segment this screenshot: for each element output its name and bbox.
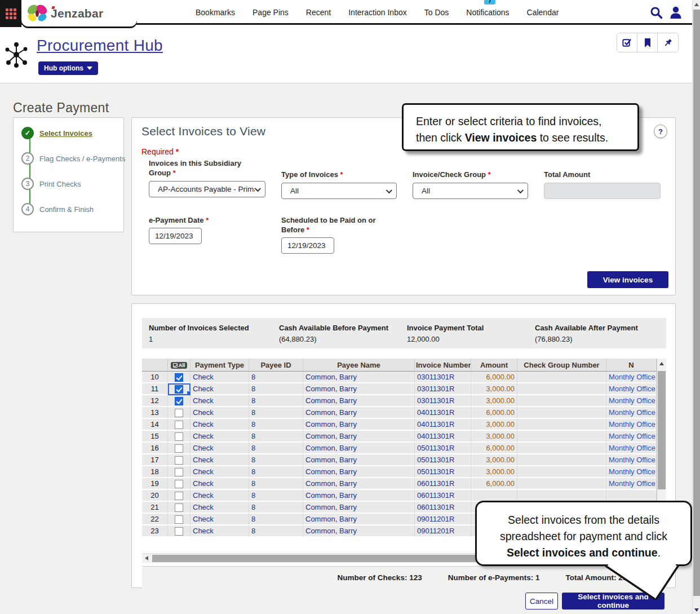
hub-title-link[interactable]: Procurement Hub xyxy=(37,37,163,55)
cell-payee-id: 8 xyxy=(249,525,303,537)
nav-item-page-pins[interactable]: Page Pins xyxy=(252,8,289,17)
column-header-check-group-number[interactable]: Check Group Number xyxy=(517,359,606,372)
row-select-cell[interactable] xyxy=(168,443,190,454)
scheduled-date-input[interactable]: 12/19/2023 xyxy=(281,237,334,254)
step-select-invoices[interactable]: ✓Select Invoices xyxy=(21,127,92,139)
nav-item-recent[interactable]: Recent xyxy=(306,8,331,17)
invoice-row-13: 13Check8Common, Barry04011301R6,000.00Mo… xyxy=(142,407,657,419)
cell-amount: 6,000.00 xyxy=(471,372,517,383)
step-label: Print Checks xyxy=(39,180,81,188)
bookmark-button[interactable] xyxy=(637,33,658,52)
row-checkbox[interactable] xyxy=(175,373,183,382)
search-icon[interactable] xyxy=(650,6,663,19)
invoice-check-group-select[interactable]: All xyxy=(413,183,528,199)
cell-payee-id: 8 xyxy=(249,502,303,514)
cell-payment-type: Check xyxy=(190,466,249,478)
summary-value: 1 xyxy=(149,335,279,343)
cell-amount: 6,000.00 xyxy=(471,478,517,490)
row-number: 15 xyxy=(142,431,168,443)
column-header-n[interactable]: N xyxy=(606,359,657,372)
pin-button[interactable] xyxy=(658,33,678,52)
app-grid-icon[interactable] xyxy=(0,0,21,27)
scroll-up-arrow-icon[interactable] xyxy=(657,360,666,368)
cell-payee-name: Common, Barry xyxy=(303,431,415,443)
view-invoices-button[interactable]: View invoices xyxy=(587,271,668,288)
subsidiary-group-select[interactable]: AP-Accounts Payable - Prima xyxy=(149,181,265,197)
row-select-cell[interactable] xyxy=(168,419,190,431)
row-checkbox[interactable] xyxy=(175,492,183,500)
row-checkbox[interactable] xyxy=(175,397,183,405)
number-of-checks: Number of Checks: 123 xyxy=(338,573,422,582)
row-checkbox[interactable] xyxy=(175,503,183,512)
row-checkbox[interactable] xyxy=(175,409,183,417)
row-checkbox[interactable] xyxy=(175,515,183,524)
row-number: 10 xyxy=(142,372,168,383)
scroll-down-arrow-icon[interactable] xyxy=(693,606,700,614)
number-of-epayments: Number of e-Payments: 1 xyxy=(448,573,540,582)
row-select-cell[interactable] xyxy=(168,395,190,407)
row-checkbox[interactable] xyxy=(175,527,183,536)
row-select-cell[interactable] xyxy=(168,372,190,383)
column-header-payee-name[interactable]: Payee Name xyxy=(303,359,415,372)
row-checkbox[interactable] xyxy=(175,385,183,394)
cell-invoice-number: 05011301R xyxy=(415,443,471,454)
nav-item-interaction-inbox[interactable]: Interaction Inbox xyxy=(348,8,407,17)
column-header-amount[interactable]: Amount xyxy=(471,359,517,372)
page-scrollbar-thumb[interactable] xyxy=(693,10,700,596)
cell-name: Monthly Office xyxy=(606,407,657,419)
scroll-up-arrow-icon[interactable] xyxy=(693,0,700,8)
column-header-payee-id[interactable]: Payee ID xyxy=(249,359,303,372)
row-checkbox[interactable] xyxy=(175,468,183,476)
nav-menu: BookmarksPage PinsRecentInteraction Inbo… xyxy=(196,0,559,25)
cell-payment-type: Check xyxy=(190,431,249,443)
epayment-date-input[interactable]: 12/19/2023 xyxy=(149,228,202,244)
cancel-button[interactable]: Cancel xyxy=(525,593,558,609)
invoice-row-17: 17Check8Common, Barry05011301R3,000.00Mo… xyxy=(142,454,657,466)
column-header-payment-type[interactable]: Payment Type xyxy=(190,359,249,372)
row-select-cell[interactable] xyxy=(168,502,190,514)
row-select-cell[interactable] xyxy=(168,514,190,525)
brand-wordmark: Jenzabar xyxy=(51,7,103,20)
nav-item-to-dos[interactable]: To Dos xyxy=(424,8,449,17)
row-select-cell[interactable] xyxy=(168,383,190,395)
cell-name: Monthly Office xyxy=(606,478,657,490)
row-checkbox[interactable] xyxy=(175,480,183,488)
row-number: 21 xyxy=(142,502,168,514)
row-select-cell[interactable] xyxy=(168,454,190,466)
row-select-cell[interactable] xyxy=(168,490,190,502)
help-icon[interactable]: ? xyxy=(654,125,667,138)
invoice-row-15: 15Check8Common, Barry04011301R3,000.00Mo… xyxy=(142,431,657,443)
row-checkbox[interactable] xyxy=(175,421,183,429)
scroll-left-arrow-icon[interactable] xyxy=(143,554,150,562)
select-all-button[interactable]: All xyxy=(171,362,188,369)
total-amount-input xyxy=(544,183,661,199)
row-select-cell[interactable] xyxy=(168,407,190,419)
user-icon[interactable] xyxy=(670,6,682,19)
cell-payee-id: 8 xyxy=(249,514,303,525)
cell-payment-type: Check xyxy=(190,502,249,514)
row-checkbox[interactable] xyxy=(175,432,183,441)
row-checkbox[interactable] xyxy=(175,456,183,465)
column-header-invoice-number[interactable]: Invoice Number xyxy=(415,359,471,372)
summary-strip: Number of Invoices Selected1Cash Availab… xyxy=(142,318,666,348)
jenzabar-logo[interactable]: Jenzabar xyxy=(21,0,137,26)
type-of-invoices-select[interactable]: All xyxy=(281,183,397,199)
summary-label: Invoice Payment Total xyxy=(407,324,535,332)
page-scrollbar[interactable] xyxy=(692,0,700,614)
row-number: 22 xyxy=(142,514,168,525)
row-select-cell[interactable] xyxy=(168,431,190,443)
task-check-button[interactable] xyxy=(617,33,637,52)
row-checkbox[interactable] xyxy=(175,444,183,453)
nav-item-calendar[interactable]: Calendar xyxy=(527,8,559,17)
row-select-cell[interactable] xyxy=(168,466,190,478)
step-number: 3 xyxy=(21,178,34,190)
hub-options-button[interactable]: Hub options xyxy=(38,61,98,75)
task-check-icon xyxy=(622,37,632,48)
nav-item-bookmarks[interactable]: Bookmarks xyxy=(196,8,235,17)
nav-item-notifications[interactable]: Notifications7 xyxy=(466,8,509,17)
row-select-cell[interactable] xyxy=(168,525,190,537)
step-label[interactable]: Select Invoices xyxy=(39,129,92,138)
cell-amount: 6,000.00 xyxy=(471,407,517,419)
table-vscroll-thumb[interactable] xyxy=(658,371,666,489)
row-select-cell[interactable] xyxy=(168,478,190,490)
